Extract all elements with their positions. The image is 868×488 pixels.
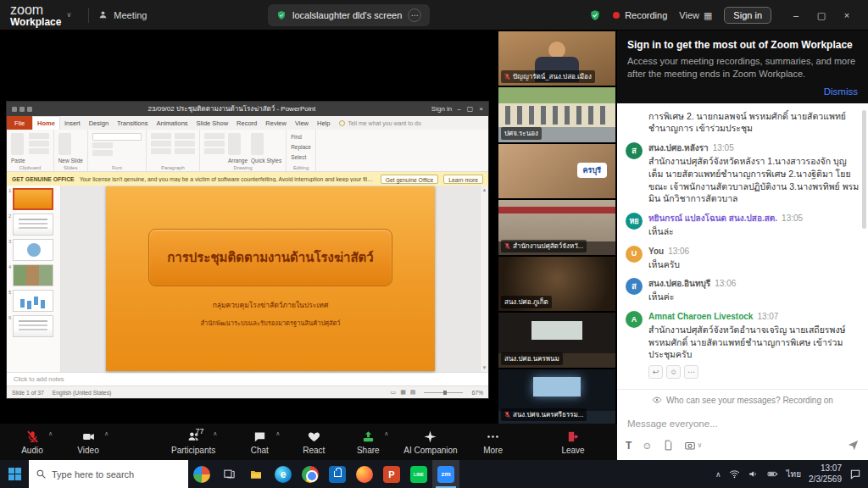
get-genuine-office-button[interactable]: Get genuine Office bbox=[381, 175, 439, 184]
view-buttons[interactable]: ▭▦▤ bbox=[391, 389, 416, 396]
chat-message-input[interactable] bbox=[627, 419, 858, 429]
emoji-react-button[interactable]: ☺ bbox=[666, 365, 681, 379]
arrange-button[interactable]: Arrange bbox=[228, 133, 248, 165]
more-button[interactable]: More bbox=[475, 429, 512, 455]
chevron-up-icon[interactable]: ∧ bbox=[48, 430, 53, 437]
tab-help[interactable]: Help bbox=[313, 116, 334, 130]
tab-meeting[interactable]: Meeting bbox=[97, 9, 147, 20]
start-button[interactable] bbox=[0, 460, 29, 488]
line-app-icon[interactable]: LINE bbox=[405, 460, 432, 488]
tell-me-search[interactable]: Tell me what you want to do bbox=[339, 116, 420, 130]
slide-thumbnail[interactable]: 4 bbox=[8, 264, 58, 286]
reply-button[interactable]: ↩ bbox=[648, 365, 663, 379]
dismiss-link[interactable]: Dismiss bbox=[627, 86, 858, 97]
file-explorer-icon[interactable] bbox=[242, 460, 270, 488]
tab-shared-screen[interactable]: localslaughter dld's screen ⋯ bbox=[268, 4, 430, 26]
tab-file[interactable]: File bbox=[7, 116, 32, 130]
slide-thumbnail[interactable]: 1 bbox=[8, 188, 58, 210]
pp-close-button[interactable]: × bbox=[479, 105, 483, 113]
find-button[interactable]: Find bbox=[291, 133, 311, 141]
proofing-language[interactable]: English (United States) bbox=[53, 390, 112, 396]
recording-indicator[interactable]: Recording bbox=[613, 10, 667, 20]
tab-record[interactable]: Record bbox=[232, 116, 261, 130]
zoom-app-icon[interactable]: zm bbox=[432, 460, 459, 488]
new-slide-button[interactable]: New Slide bbox=[58, 133, 83, 165]
chat-button[interactable]: Chat ∧ bbox=[241, 429, 278, 455]
sign-in-button[interactable]: Sign in bbox=[724, 7, 771, 24]
tab-transitions[interactable]: Transitions bbox=[113, 116, 152, 130]
zoom-slider[interactable] bbox=[424, 392, 463, 393]
tab-insert[interactable]: Insert bbox=[60, 116, 85, 130]
video-tile[interactable]: สำนักงานปศุสัตว์จังหวั... bbox=[498, 200, 615, 254]
tray-expand-icon[interactable]: ∧ bbox=[715, 470, 721, 479]
powerpoint-sign-in[interactable]: Sign in bbox=[431, 105, 452, 113]
font-name-dropdown[interactable] bbox=[92, 133, 142, 141]
share-button[interactable]: Share ∧ bbox=[349, 429, 387, 455]
tab-review[interactable]: Review bbox=[261, 116, 291, 130]
video-tile[interactable]: สนง.ปศอ.ภูเก็ต bbox=[498, 257, 615, 311]
slide-thumbnail[interactable]: 2 bbox=[8, 214, 58, 236]
attach-file-button[interactable] bbox=[663, 440, 674, 451]
tab-home[interactable]: Home bbox=[32, 116, 60, 130]
firefox-icon[interactable] bbox=[351, 460, 378, 488]
chat-scrollbar[interactable] bbox=[862, 110, 866, 229]
close-button[interactable]: × bbox=[834, 10, 860, 20]
search-input[interactable] bbox=[52, 469, 170, 480]
chevron-up-icon[interactable]: ∧ bbox=[384, 430, 388, 437]
action-center-icon[interactable] bbox=[849, 469, 861, 480]
tab-slide-show[interactable]: Slide Show bbox=[192, 116, 233, 130]
slide-thumbnail[interactable]: 3 bbox=[8, 239, 58, 261]
send-button[interactable] bbox=[847, 439, 860, 452]
tab-design[interactable]: Design bbox=[85, 116, 113, 130]
taskbar-clock[interactable]: 13:07 2/3/2569 bbox=[809, 463, 842, 485]
video-tile[interactable]: สนง.ปศจ.นครศรีธรรม... bbox=[498, 369, 615, 424]
audio-button[interactable]: Audio ∧ bbox=[14, 429, 51, 455]
microsoft-store-icon[interactable] bbox=[324, 460, 351, 488]
learn-more-button[interactable]: Learn more bbox=[443, 175, 483, 184]
taskbar-search[interactable] bbox=[29, 460, 188, 488]
pp-minimize-button[interactable]: – bbox=[457, 105, 460, 113]
video-tile[interactable]: สนง.ปศอ.นครพนม bbox=[498, 313, 615, 367]
slide-thumbnail[interactable]: 6 bbox=[8, 315, 58, 337]
chevron-up-icon[interactable]: ∧ bbox=[104, 430, 108, 437]
replace-button[interactable]: Replace bbox=[291, 143, 311, 152]
tab-animations[interactable]: Animations bbox=[152, 116, 192, 130]
security-shield-icon[interactable] bbox=[589, 9, 601, 21]
ai-companion-button[interactable]: AI Companion bbox=[403, 429, 457, 455]
more-actions-button[interactable]: ⋯ bbox=[684, 365, 698, 379]
tab-options-icon[interactable]: ⋯ bbox=[408, 8, 421, 22]
quick-styles-button[interactable]: Quick Styles bbox=[251, 133, 281, 165]
speaker-icon[interactable] bbox=[748, 469, 759, 480]
notes-pane[interactable]: Click to add notes bbox=[7, 372, 488, 385]
select-button[interactable]: Select bbox=[291, 153, 311, 162]
screenshot-button[interactable]: ∨ bbox=[684, 440, 703, 452]
react-button[interactable]: React bbox=[295, 429, 332, 455]
video-tile[interactable]: ปศจ.ระนอง bbox=[498, 87, 615, 141]
chat-message-list[interactable]: การพิเศษ 2. นายกมลพจน์ พรหมศักดิ์ นายสัต… bbox=[617, 103, 868, 389]
chevron-up-icon[interactable]: ∧ bbox=[213, 430, 217, 437]
battery-icon[interactable] bbox=[766, 469, 779, 480]
news-widget-icon[interactable] bbox=[188, 460, 215, 488]
video-tile[interactable]: ปัญญารัตน์_สนง.ปสอ.เมือง bbox=[498, 31, 615, 86]
slide-scrollbar[interactable]: ▲▼ bbox=[480, 186, 488, 372]
slide-thumbnail[interactable]: 5 bbox=[8, 290, 58, 312]
wifi-icon[interactable] bbox=[729, 469, 740, 480]
emoji-button[interactable]: ☺ bbox=[642, 440, 652, 452]
video-tile[interactable]: ครบุรี bbox=[498, 144, 615, 198]
task-view-icon[interactable] bbox=[215, 460, 242, 488]
pp-maximize-button[interactable]: ▢ bbox=[467, 105, 474, 113]
format-text-button[interactable]: T bbox=[626, 440, 632, 452]
chevron-up-icon[interactable]: ∧ bbox=[275, 430, 280, 437]
leave-button[interactable]: Leave bbox=[554, 429, 592, 455]
edge-icon[interactable]: e bbox=[270, 460, 297, 488]
participants-button[interactable]: 77 Participants ∧ bbox=[171, 429, 215, 455]
chrome-icon[interactable] bbox=[297, 460, 324, 488]
chevron-down-icon[interactable]: ∨ bbox=[66, 11, 71, 19]
video-button[interactable]: Video ∧ bbox=[70, 429, 107, 455]
view-button[interactable]: View ▦ bbox=[679, 10, 712, 21]
minimize-button[interactable]: – bbox=[783, 10, 809, 20]
slide-canvas[interactable]: การประชุมติดตามงานด้านโรงฆ่าสัตว์ กลุ่มค… bbox=[106, 186, 435, 371]
quick-access-toolbar[interactable] bbox=[12, 107, 32, 112]
zoom-percent[interactable]: 67% bbox=[471, 390, 483, 396]
zoom-workplace-logo[interactable]: zoom Workplace bbox=[10, 3, 61, 27]
